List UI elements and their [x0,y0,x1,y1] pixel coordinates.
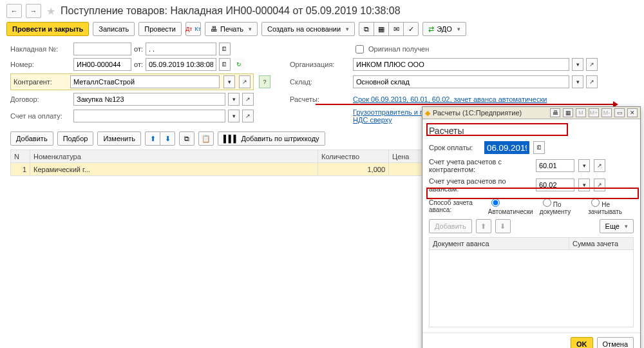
invoice-number-input[interactable] [73,43,131,55]
app-icon: ◆ [425,109,430,117]
contract-open[interactable]: ↗ [242,93,254,106]
annotation-box-advance-mode [426,188,639,199]
toolbar-icon-3[interactable]: ✉ [388,22,404,36]
col-advance-doc[interactable]: Документ аванса [430,238,569,250]
advance-mode-bydoc-radio[interactable] [543,198,551,207]
calendar-icon-1[interactable]: 🗓 [219,43,231,55]
number-date-input[interactable] [146,58,216,71]
counterparty-help[interactable]: ? [259,75,270,88]
add-by-barcode-button[interactable]: ▌▌▌ Добавить по штрихкоду [218,131,325,146]
modal-window-title: Расчеты (1С:Предприятие) [433,109,547,117]
col-n[interactable]: N [11,150,30,163]
acct-counterparty-input[interactable] [536,159,574,172]
modal-grid-icon[interactable]: ▦ [563,108,573,117]
due-date-input[interactable] [484,141,529,154]
counterparty-input[interactable] [70,75,220,88]
invoice-for-payment-label: Счет на оплату: [10,112,68,120]
page-title: Поступление товаров: Накладная ИН00-0000… [61,5,401,17]
modal-ok-button[interactable]: OK [571,337,593,348]
toolbar-icon-2[interactable]: ▦ [374,22,389,36]
print-button[interactable]: 🖶Печать [205,22,258,36]
nav-back-button[interactable]: ← [6,4,22,18]
modal-m-btn[interactable]: M [576,108,586,117]
advance-table: Документ аванса Сумма зачета [429,237,634,327]
acct-counterparty-label: Счет учета расчетов с контрагентом: [429,158,532,173]
dt-icon: Дт [185,26,192,32]
advance-mode-none-radio[interactable] [591,198,600,207]
invoice-for-payment-dropdown[interactable]: ▾ [228,110,240,122]
dt-kt-button[interactable]: ДтКт [185,22,201,36]
modal-cancel-button[interactable]: Отмена [597,337,634,348]
toolbar-icon-4[interactable]: ✓ [403,22,419,36]
annotation-box-due-date [426,123,568,136]
vat-on-top-link[interactable]: НДС сверху [353,116,392,124]
organization-input[interactable] [353,58,569,71]
organization-open[interactable]: ↗ [586,58,598,71]
contract-dropdown[interactable]: ▾ [228,93,240,106]
due-date-label: Срок оплаты: [429,144,480,151]
table-change-button[interactable]: Изменить [97,131,141,146]
create-based-on-button[interactable]: Создать на основании [261,22,355,36]
number-label: Номер: [10,61,68,68]
table-add-button[interactable]: Добавить [10,131,53,146]
kt-icon: Кт [194,26,200,32]
contract-label: Договор: [10,95,68,103]
original-received-label: Оригинал получен [368,45,429,53]
arrow-down-icon: ⬇ [165,135,171,143]
organization-label: Организация: [290,61,348,68]
warehouse-label: Склад: [290,78,348,86]
col-nomenclature[interactable]: Номенклатура [30,150,318,163]
nav-forward-button[interactable]: → [26,4,41,18]
warehouse-open[interactable]: ↗ [586,75,598,88]
write-button[interactable]: Записать [93,22,135,36]
counterparty-open[interactable]: ↗ [239,75,251,88]
modal-move-up-button[interactable]: ⬆ [476,219,491,233]
refresh-icon[interactable]: ↻ [233,58,245,71]
from-label-1: от: [134,45,143,53]
advance-mode-auto-radio[interactable] [491,198,500,207]
move-down-button[interactable]: ⬇ [160,131,175,146]
warehouse-dropdown[interactable]: ▾ [572,75,583,88]
modal-more-button[interactable]: Еще [600,219,634,233]
number-input[interactable] [73,58,131,71]
modal-move-down-button[interactable]: ⬇ [495,219,511,233]
modal-close-button[interactable]: ✕ [627,108,638,117]
modal-m-plus-btn[interactable]: M+ [589,108,599,117]
contract-input[interactable] [73,93,225,106]
from-label-2: от: [134,61,143,68]
warehouse-input[interactable] [353,75,569,88]
modal-m-minus-btn[interactable]: M- [601,108,612,117]
col-advance-sum[interactable]: Сумма зачета [569,238,634,250]
col-qty[interactable]: Количество [318,150,389,163]
paste-button[interactable]: 📋 [198,131,214,146]
calendar-icon-3[interactable]: 🗓 [533,141,545,154]
original-received-checkbox[interactable] [355,45,364,53]
edo-button[interactable]: ⇄ЭДО [422,22,466,36]
post-button[interactable]: Провести [138,22,182,36]
acct-counterparty-dropdown[interactable]: ▾ [578,159,590,172]
move-up-button[interactable]: ⬆ [145,131,160,146]
organization-dropdown[interactable]: ▾ [572,58,583,71]
calendar-icon-2[interactable]: 🗓 [219,58,231,71]
advance-mode-label: Способ зачета аванса: [429,199,483,213]
copy-button[interactable]: ⧉ [179,131,194,146]
counterparty-dropdown[interactable]: ▾ [223,75,235,88]
acct-counterparty-open[interactable]: ↗ [594,159,605,172]
favorite-star-icon[interactable]: ★ [46,5,55,17]
invoice-for-payment-open[interactable]: ↗ [242,110,254,122]
modal-print-icon[interactable]: 🖶 [550,108,560,117]
invoice-for-payment-input[interactable] [73,110,225,122]
edo-icon: ⇄ [428,25,434,34]
calculations-modal: ◆ Расчеты (1С:Предприятие) 🖶 ▦ M M+ M- ▭… [422,106,641,348]
toolbar-icon-1[interactable]: ⧉ [359,22,374,36]
modal-add-button[interactable]: Добавить [429,219,472,233]
table-pick-button[interactable]: Подбор [57,131,94,146]
invoice-date-input[interactable] [146,43,216,55]
advance-empty-row [430,250,634,327]
modal-minimize-button[interactable]: ▭ [614,108,625,117]
printer-icon: 🖶 [211,25,218,33]
post-and-close-button[interactable]: Провести и закрыть [6,22,89,36]
arrow-up-icon: ⬆ [150,135,156,143]
barcode-icon: ▌▌▌ [223,135,238,142]
invoice-number-label: Накладная №: [10,45,68,53]
